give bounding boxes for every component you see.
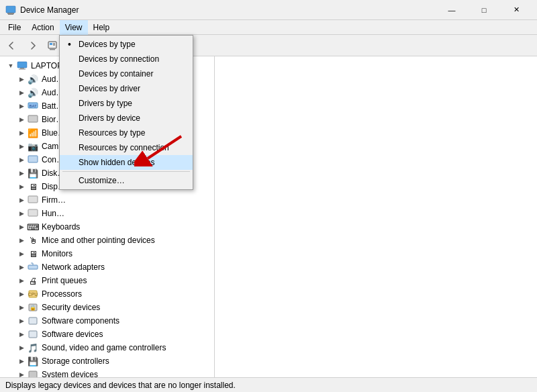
tree-root-label: LAPTOP (31, 61, 62, 70)
menu-help[interactable]: Help (88, 20, 115, 35)
title-bar: Device Manager — □ ✕ (0, 0, 537, 20)
device-icon: 🔒 (27, 302, 39, 313)
list-item[interactable]: ▶ System devices (0, 368, 214, 377)
device-icon: 🖱 (27, 235, 39, 246)
list-item[interactable]: ▶ 🖥 Monitors (0, 247, 214, 260)
item-label: Mice and other pointing devices (42, 236, 155, 245)
menu-devices-by-type[interactable]: Devices by type (60, 37, 193, 52)
list-item[interactable]: ▶ Network adapters (0, 260, 214, 274)
maximize-button[interactable]: □ (469, 0, 499, 20)
window-controls: — □ ✕ (436, 0, 532, 20)
expand-icon[interactable]: ▶ (16, 262, 27, 273)
app-icon (5, 5, 16, 15)
menu-bar: File Action View Help (0, 20, 537, 35)
minimize-button[interactable]: — (436, 0, 467, 20)
expand-icon[interactable]: ▶ (16, 329, 27, 340)
svg-rect-0 (6, 6, 15, 13)
expand-icon[interactable]: ▶ (16, 168, 27, 179)
expand-icon[interactable]: ▶ (16, 289, 27, 299)
svg-text:🔒: 🔒 (30, 304, 36, 311)
menu-drivers-by-type[interactable]: Drivers by type (60, 96, 193, 111)
close-button[interactable]: ✕ (501, 0, 532, 20)
list-item[interactable]: ▶ Software devices (0, 328, 214, 341)
list-item[interactable]: ▶ 💾 Storage controllers (0, 354, 214, 368)
expand-icon[interactable]: ▶ (16, 195, 27, 205)
list-item[interactable]: ▶ 🖱 Mice and other pointing devices (0, 234, 214, 247)
device-icon: 🔊 (27, 74, 39, 85)
device-icon: 💾 (27, 168, 39, 179)
device-icon (27, 195, 39, 205)
expand-icon[interactable]: ▶ (16, 356, 27, 366)
menu-devices-by-container[interactable]: Devices by container (60, 66, 193, 81)
expand-icon[interactable]: ▶ (16, 74, 27, 85)
menu-view[interactable]: View (60, 20, 88, 35)
svg-rect-4 (50, 43, 52, 45)
item-label: Storage controllers (42, 356, 109, 366)
expand-icon[interactable]: ▶ (16, 114, 27, 125)
list-item[interactable]: ▶ 🖨 Print queues (0, 274, 214, 287)
item-label: Hun… (42, 209, 64, 218)
expand-icon[interactable]: ▶ (16, 235, 27, 246)
device-icon: 🖨 (27, 275, 39, 286)
list-item[interactable]: ▶ Firm… (0, 193, 214, 207)
list-item[interactable]: ▶ ⌨ Keyboards (0, 220, 214, 234)
expand-icon[interactable]: ▶ (16, 222, 27, 232)
expand-icon[interactable]: ▶ (16, 128, 27, 138)
list-item[interactable]: ▶ Hun… (0, 207, 214, 220)
device-icon (27, 154, 39, 165)
menu-action[interactable]: Action (26, 20, 59, 35)
expand-icon[interactable]: ▶ (16, 369, 27, 377)
back-button[interactable] (3, 37, 21, 54)
expand-icon[interactable]: ▶ (16, 302, 27, 313)
menu-show-hidden-devices[interactable]: Show hidden devices (60, 155, 193, 170)
expand-root[interactable]: ▼ (5, 60, 16, 71)
expand-icon[interactable]: ▶ (16, 87, 27, 98)
device-icon: BAT (27, 101, 39, 111)
device-icon: 🔊 (27, 87, 39, 98)
expand-icon[interactable]: ▶ (16, 154, 27, 165)
item-label: Monitors (42, 249, 72, 258)
security-devices-label: Security devices (42, 303, 100, 312)
svg-rect-8 (17, 62, 27, 68)
device-icon (27, 262, 39, 273)
menu-customize[interactable]: Customize… (60, 173, 193, 188)
list-item[interactable]: ▶ 🔒 Security devices (0, 301, 214, 314)
expand-icon[interactable]: ▶ (16, 141, 27, 152)
item-label: Processors (42, 289, 82, 299)
expand-icon[interactable]: ▶ (16, 208, 27, 219)
expand-icon[interactable]: ▶ (16, 101, 27, 111)
device-icon: 💾 (27, 356, 39, 366)
device-icon: 🎵 (27, 342, 39, 353)
network-adapters-label: Network adapters (42, 262, 105, 272)
svg-rect-14 (28, 156, 38, 162)
status-bar: Displays legacy devices and devices that… (0, 377, 537, 392)
item-label: Software devices (42, 330, 103, 339)
device-icon (27, 315, 39, 326)
device-icon (27, 369, 39, 377)
menu-resources-by-type[interactable]: Resources by type (60, 126, 193, 140)
menu-resources-by-connection[interactable]: Resources by connection (60, 140, 193, 155)
item-label: Sound, video and game controllers (42, 343, 166, 352)
expand-icon[interactable]: ▶ (16, 315, 27, 326)
expand-icon[interactable]: ▶ (16, 248, 27, 259)
expand-icon[interactable]: ▶ (16, 342, 27, 353)
right-panel (215, 56, 537, 377)
status-text: Displays legacy devices and devices that… (5, 381, 236, 390)
software-components-label: Software components (42, 316, 119, 326)
menu-devices-by-driver[interactable]: Devices by driver (60, 81, 193, 96)
list-item[interactable]: ▶ CPU Processors (0, 287, 214, 301)
svg-rect-15 (28, 196, 38, 203)
menu-file[interactable]: File (3, 20, 26, 35)
list-item[interactable]: ▶ 🎵 Sound, video and game controllers (0, 341, 214, 354)
expand-icon[interactable]: ▶ (16, 181, 27, 192)
svg-rect-10 (19, 69, 26, 70)
expand-icon[interactable]: ▶ (16, 275, 27, 286)
forward-button[interactable] (23, 37, 42, 54)
menu-drivers-by-device[interactable]: Drivers by device (60, 111, 193, 126)
list-item[interactable]: ▶ Software components (0, 314, 214, 328)
svg-rect-13 (28, 115, 38, 122)
menu-devices-by-connection[interactable]: Devices by connection (60, 52, 193, 66)
device-icon: 📷 (27, 141, 39, 152)
device-icon: 🖥 (27, 181, 39, 192)
item-label: Print queues (42, 276, 87, 285)
